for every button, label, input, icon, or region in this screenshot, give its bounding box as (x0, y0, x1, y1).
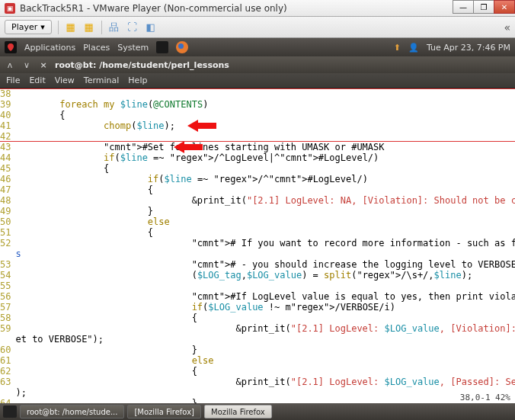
chevron-down-icon: ▾ (40, 22, 45, 32)
separator (58, 21, 59, 34)
menu-view[interactable]: View (55, 75, 75, 85)
vmware-title-text: BackTrack5R1 - VMware Player (Non-commer… (20, 3, 287, 14)
player-menu-label: Player (11, 22, 37, 32)
gnome-bottom-panel: root@bt: /home/stude... [Mozilla Firefox… (0, 403, 515, 420)
grid-icon[interactable]: ▦ (65, 21, 77, 34)
menu-edit[interactable]: Edit (29, 75, 45, 85)
backtrack-logo-icon[interactable] (5, 41, 17, 53)
menu-system[interactable]: System (117, 43, 149, 53)
maximize-button[interactable]: ❐ (473, 0, 494, 14)
chevron-left-icon[interactable]: « (504, 21, 510, 34)
window-close-button[interactable]: × (38, 60, 49, 70)
gnome-top-panel: Applications Places System ⬆ 👤 Tue Apr 2… (0, 38, 515, 56)
clock[interactable]: Tue Apr 23, 7:46 PM (427, 43, 510, 53)
vmware-icon: ▣ (5, 3, 15, 14)
player-menu-button[interactable]: Player ▾ (5, 20, 52, 34)
terminal-launcher-icon[interactable] (156, 41, 168, 53)
terminal-menubar: File Edit View Terminal Help (0, 73, 515, 88)
unity-icon[interactable]: ◧ (145, 21, 157, 34)
close-button[interactable]: ✕ (494, 0, 515, 14)
separator (101, 21, 102, 34)
menu-help[interactable]: Help (128, 75, 147, 85)
menu-file[interactable]: File (6, 75, 20, 85)
vmware-window-buttons: — ❐ ✕ (453, 0, 515, 14)
minimize-button[interactable]: — (453, 0, 474, 14)
svg-marker-1 (174, 141, 203, 153)
red-arrow-annotation (174, 119, 200, 131)
terminal-title: root@bt: /home/student/perl_lessons (55, 60, 229, 70)
menu-terminal[interactable]: Terminal (84, 75, 120, 85)
updates-icon[interactable]: ⬆ (394, 43, 401, 53)
show-desktop-icon[interactable] (3, 406, 17, 418)
taskbar-item-firefox-1[interactable]: [Mozilla Firefox] (127, 405, 201, 418)
red-arrow-annotation (187, 98, 213, 110)
vmware-titlebar: ▣ BackTrack5R1 - VMware Player (Non-comm… (0, 0, 515, 17)
taskbar-item-terminal[interactable]: root@bt: /home/stude... (20, 405, 124, 418)
taskbar-item-firefox-2[interactable]: Mozilla Firefox (204, 405, 272, 418)
terminal-titlebar: ᴧ ∨ × root@bt: /home/student/perl_lesson… (0, 56, 515, 73)
menu-applications[interactable]: Applications (24, 43, 75, 53)
menu-places[interactable]: Places (83, 43, 110, 53)
code-content[interactable]: foreach my $line(@CONTENTS) { chomp($lin… (15, 88, 515, 403)
line-number-gutter: 3839404142434445464748495051525354555657… (0, 88, 15, 403)
window-up-button[interactable]: ᴧ (5, 60, 15, 70)
fullscreen-icon[interactable]: ⛶ (126, 21, 139, 34)
firefox-launcher-icon[interactable] (176, 41, 188, 53)
network-icon[interactable]: 品 (108, 21, 120, 34)
code-editor[interactable]: 3839404142434445464748495051525354555657… (0, 88, 515, 403)
vmware-toolbar: Player ▾ ▦ ▦ 品 ⛶ ◧ « (0, 17, 515, 38)
vim-statusline: 38,0-1 42% (460, 393, 510, 403)
user-icon[interactable]: 👤 (408, 43, 419, 53)
grid-alt-icon[interactable]: ▦ (83, 21, 95, 34)
window-down-button[interactable]: ∨ (21, 60, 32, 70)
